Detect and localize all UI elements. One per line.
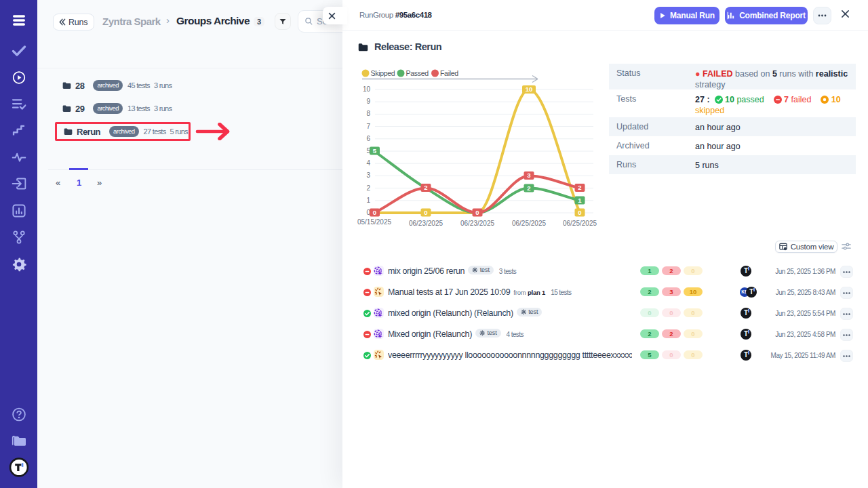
svg-text:0: 0	[373, 209, 376, 216]
svg-text:05/15/2025: 05/15/2025	[357, 218, 391, 226]
svg-text:0: 0	[424, 209, 427, 216]
svg-text:2: 2	[527, 184, 530, 192]
svg-text:1: 1	[366, 197, 370, 204]
svg-text:Skipped: Skipped	[371, 69, 395, 77]
svg-text:2: 2	[424, 184, 427, 191]
svg-text:4: 4	[366, 159, 370, 167]
svg-text:Passed: Passed	[406, 69, 429, 77]
svg-text:0: 0	[475, 209, 479, 216]
svg-text:10: 10	[526, 85, 533, 93]
svg-text:2: 2	[578, 184, 581, 191]
svg-text:5: 5	[373, 147, 377, 155]
svg-text:06/25/2025: 06/25/2025	[563, 220, 597, 227]
svg-text:8: 8	[366, 110, 370, 117]
svg-text:06/25/2025: 06/25/2025	[512, 220, 546, 227]
svg-text:9: 9	[366, 98, 370, 105]
svg-text:6: 6	[366, 135, 370, 142]
svg-text:0: 0	[578, 209, 581, 216]
svg-text:1: 1	[578, 197, 582, 204]
svg-text:06/23/2025: 06/23/2025	[409, 220, 443, 227]
svg-text:06/23/2025: 06/23/2025	[460, 220, 494, 227]
svg-text:3: 3	[366, 171, 370, 179]
svg-text:10: 10	[363, 85, 371, 93]
svg-text:3: 3	[527, 171, 530, 179]
svg-text:7: 7	[366, 123, 370, 130]
svg-text:Failed: Failed	[440, 69, 458, 77]
svg-text:2: 2	[366, 184, 370, 192]
